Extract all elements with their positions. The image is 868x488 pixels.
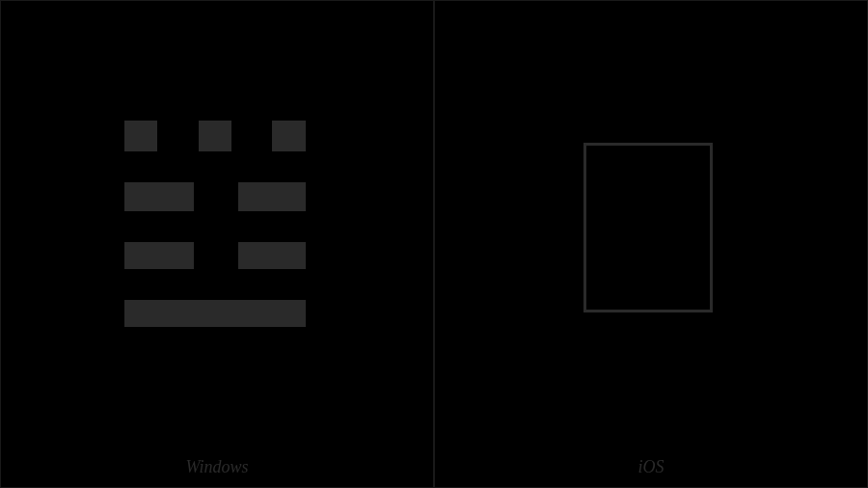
glyph-segment <box>272 121 306 151</box>
panel-label-ios: iOS <box>638 457 665 477</box>
glyph-windows <box>1 1 433 487</box>
glyph-segment <box>124 300 306 327</box>
panel-ios: iOS <box>434 0 868 488</box>
glyph-segment <box>238 182 306 211</box>
glyph-segment <box>238 242 306 269</box>
missing-glyph-box <box>583 143 713 312</box>
panel-windows: Windows <box>0 0 434 488</box>
glyph-segment <box>124 242 194 269</box>
glyph-ios <box>435 1 867 487</box>
glyph-segment <box>124 182 194 211</box>
panel-label-windows: Windows <box>185 457 248 477</box>
glyph-segment <box>124 121 157 151</box>
glyph-segment <box>199 121 231 151</box>
